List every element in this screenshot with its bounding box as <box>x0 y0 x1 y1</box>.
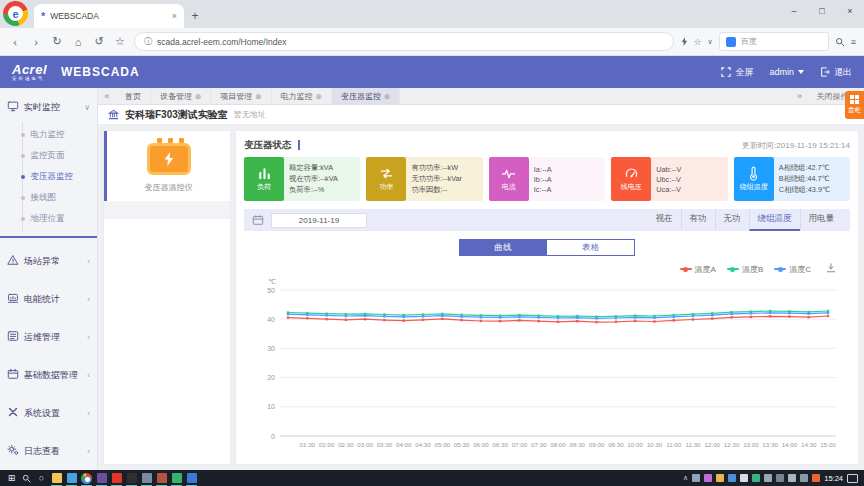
tab-project-mgmt[interactable]: 项目管理⊗ <box>211 88 271 104</box>
search-icon[interactable] <box>835 37 845 47</box>
file-explorer[interactable] <box>49 470 64 486</box>
tray-icon-10[interactable] <box>800 474 808 482</box>
maximize-button[interactable]: □ <box>808 0 836 22</box>
sidebar-item-base-data[interactable]: 基础数据管理‹ <box>0 356 97 394</box>
gears-icon <box>7 444 19 458</box>
calendar-icon[interactable] <box>252 214 264 226</box>
sidebar-subitem-wiring-diagram[interactable]: 接线图 <box>23 187 97 208</box>
site-info-icon[interactable]: ⓘ <box>144 36 152 47</box>
user-menu[interactable]: admin <box>769 67 804 77</box>
cortana-button[interactable]: ○ <box>34 470 49 486</box>
search-button[interactable] <box>19 470 34 486</box>
tray-icon-6[interactable] <box>752 474 760 482</box>
tray-expand[interactable]: ∧ <box>683 474 688 482</box>
fullscreen-label: 全屏 <box>735 66 753 79</box>
forward-icon[interactable]: › <box>29 36 43 48</box>
device-name: 变压器温控仪 <box>145 182 193 193</box>
sidebar-item-log-view[interactable]: 日志查看‹ <box>0 432 97 470</box>
minimize-button[interactable]: – <box>780 0 808 22</box>
windows-taskbar: ⊞○ ∧ 15:24 <box>0 470 864 486</box>
history-icon[interactable]: ↺ <box>92 35 106 48</box>
metric-tab-4[interactable]: 绕组温度 <box>749 209 800 231</box>
legend-item-3[interactable]: 温度C <box>774 264 811 275</box>
url-text: scada.acrel-eem.com/Home/Index <box>157 37 286 47</box>
home-icon[interactable]: ⌂ <box>71 36 85 48</box>
tray-icon-9[interactable] <box>788 474 796 482</box>
tabs-collapse-icon[interactable]: « <box>98 88 116 104</box>
new-tab-button[interactable]: + <box>184 4 206 28</box>
tab-close-icon[interactable]: ⊗ <box>255 92 261 101</box>
alert-icon <box>7 254 19 268</box>
fullscreen-button[interactable]: 全屏 <box>721 66 753 79</box>
app-gray[interactable] <box>139 470 154 486</box>
action-center-icon[interactable] <box>847 474 858 483</box>
tab-close-icon[interactable]: ⊗ <box>195 92 201 101</box>
sidebar-subitem-power-monitor[interactable]: 电力监控 <box>23 124 97 145</box>
bookmark-star-icon[interactable]: ☆ <box>113 35 127 48</box>
metric-tab-1[interactable]: 视在 <box>648 209 681 231</box>
sidebar-subitem-monitor-page[interactable]: 监控页面 <box>23 145 97 166</box>
sidebar-item-realtime-monitor[interactable]: 实时监控∨ <box>0 92 97 122</box>
sidebar-item-station-abnormal[interactable]: 场站异常‹ <box>0 242 97 280</box>
tray-icon-7[interactable] <box>764 474 772 482</box>
view-button-2[interactable]: 表格 <box>547 239 635 256</box>
sidebar-item-system-settings[interactable]: 系统设置‹ <box>0 394 97 432</box>
chrome[interactable] <box>79 470 94 486</box>
legend-item-1[interactable]: 温度A <box>680 264 716 275</box>
taskbar-clock[interactable]: 15:24 <box>824 474 843 483</box>
tabs-expand-icon[interactable]: » <box>791 88 809 104</box>
sidebar-item-ops-management[interactable]: 运维管理‹ <box>0 318 97 356</box>
tray-icon-4[interactable] <box>728 474 736 482</box>
refresh-icon[interactable]: ↻ <box>50 35 64 48</box>
app-red[interactable] <box>109 470 124 486</box>
sidebar-item-energy-stats[interactable]: 电能统计‹ <box>0 280 97 318</box>
current-icon: 电流 <box>489 157 529 201</box>
metric-tab-2[interactable]: 有功 <box>681 209 715 231</box>
tab-transformer-monitor[interactable]: 变压器监控⊗ <box>332 88 400 104</box>
tab-close-icon[interactable]: ⊗ <box>384 92 390 101</box>
browser-search-box[interactable]: 百度 <box>719 32 829 51</box>
app-black[interactable] <box>124 470 139 486</box>
menu-icon[interactable]: ≡ <box>851 37 856 47</box>
logout-button[interactable]: 退出 <box>820 66 852 79</box>
date-input[interactable] <box>271 213 367 228</box>
plugin-bolt-icon[interactable] <box>681 37 688 46</box>
metric-tab-3[interactable]: 无功 <box>715 209 749 231</box>
lightning-bolt-icon <box>163 152 175 166</box>
start-button[interactable]: ⊞ <box>4 470 19 486</box>
desktop-app[interactable] <box>64 470 79 486</box>
tab-power-monitor[interactable]: 电力监控⊗ <box>272 88 332 104</box>
tray-icon-3[interactable] <box>716 474 724 482</box>
favorite-star-icon[interactable]: ☆ <box>694 37 702 47</box>
tab-device-mgmt[interactable]: 设备管理⊗ <box>151 88 211 104</box>
tab-home[interactable]: 首页 <box>116 88 151 104</box>
status-card-values: Uab:--VUbc:--VUca:--V <box>651 157 727 201</box>
app-green[interactable] <box>169 470 184 486</box>
tray-icon-5[interactable] <box>740 474 748 482</box>
tab-close-icon[interactable]: × <box>172 11 177 21</box>
tray-icon-8[interactable] <box>776 474 784 482</box>
legend-label: 温度B <box>742 264 763 275</box>
tab-close-icon[interactable]: ⊗ <box>316 92 322 101</box>
chevron-left-icon: ‹ <box>87 409 90 418</box>
view-button-1[interactable]: 曲线 <box>459 239 547 256</box>
app-purple[interactable] <box>94 470 109 486</box>
chevron-down-icon[interactable]: ∨ <box>708 38 713 46</box>
tray-icon-1[interactable] <box>692 474 700 482</box>
sidebar-subitem-transformer-monitor[interactable]: 变压器监控 <box>23 166 97 187</box>
tray-icon-11[interactable] <box>812 474 820 482</box>
metric-tab-5[interactable]: 用电量 <box>800 209 843 231</box>
close-button[interactable]: × <box>836 0 864 22</box>
device-item-selected[interactable]: 变压器温控仪 <box>104 131 230 201</box>
sidebar-subitem-geo-location[interactable]: 地理位置 <box>23 208 97 229</box>
address-bar[interactable]: ⓘ scada.acrel-eem.com/Home/Index <box>134 32 674 51</box>
panel-side-button[interactable]: 盘柜 <box>845 91 864 119</box>
browser-logo-icon[interactable]: e <box>3 1 28 26</box>
app-blue[interactable] <box>184 470 199 486</box>
download-icon[interactable] <box>826 263 836 275</box>
app-brown[interactable] <box>154 470 169 486</box>
back-icon[interactable]: ‹ <box>8 36 22 48</box>
tray-icon-2[interactable] <box>704 474 712 482</box>
legend-item-2[interactable]: 温度B <box>727 264 763 275</box>
browser-tab[interactable]: * WEBSCADA × <box>34 4 184 28</box>
